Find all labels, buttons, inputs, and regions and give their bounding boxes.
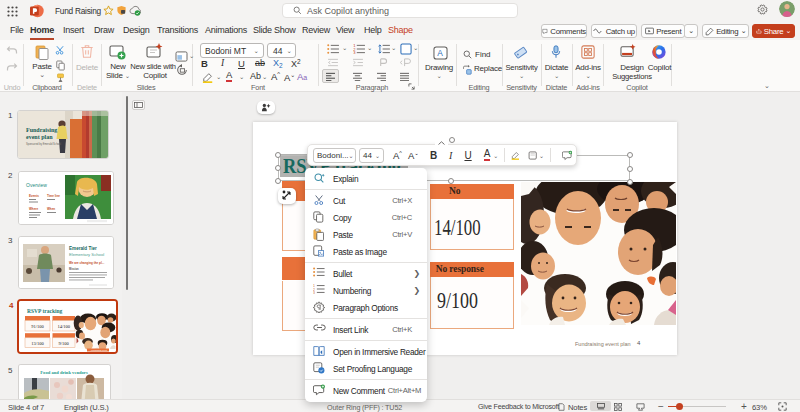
svg-text:Fundraising: Fundraising	[26, 127, 57, 133]
svg-text:We are changing the pl...: We are changing the pl...	[69, 261, 104, 265]
svg-text:Where: Where	[29, 207, 39, 211]
svg-text:3: 3	[353, 50, 356, 54]
svg-text:Food and drink vendors: Food and drink vendors	[40, 370, 88, 375]
svg-text:13/100: 13/100	[31, 341, 44, 346]
svg-text:3: 3	[313, 291, 315, 294]
svg-text:Mission: Mission	[69, 267, 79, 271]
svg-text:9/100: 9/100	[59, 341, 70, 346]
svg-text:A: A	[437, 48, 443, 58]
svg-text:Events: Events	[29, 194, 39, 198]
svg-text:Overview: Overview	[26, 182, 47, 188]
svg-text:RSVP tracking: RSVP tracking	[27, 308, 63, 314]
svg-text:When: When	[47, 207, 55, 211]
svg-text:Emerald Tier: Emerald Tier	[69, 246, 97, 251]
svg-text:Time line: Time line	[47, 194, 60, 198]
svg-text:event plan: event plan	[26, 134, 53, 140]
svg-text:Elementary School: Elementary School	[69, 252, 104, 257]
svg-text:Sponsored by Emerald School: Sponsored by Emerald School	[26, 142, 61, 146]
svg-text:91/100: 91/100	[31, 324, 44, 329]
svg-text:14/100: 14/100	[57, 324, 70, 329]
svg-text:Fundraising event: Fundraising event	[91, 349, 107, 351]
